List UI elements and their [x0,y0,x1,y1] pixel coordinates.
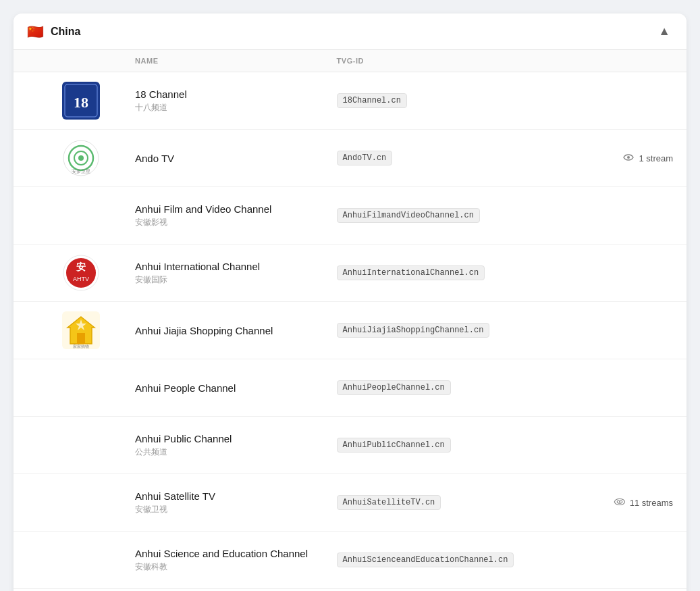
stream-count: 11 streams [630,498,673,508]
channel-subtitle: 公共频道 [135,446,337,458]
country-name: China [51,26,80,38]
name-cell: Ando TV [135,153,337,164]
logo-cell [27,369,135,407]
tvg-cell: AnhuiSatelliteTV.cn [337,495,539,510]
tvg-badge: AnhuiScienceandEducationChannel.cn [337,553,514,567]
name-cell: Anhui Satellite TV 安徽卫视 [135,490,337,515]
col-header-name: NAME [135,57,337,65]
logo-cell: 18 [27,82,135,120]
country-flag: 🇨🇳 [27,24,44,40]
table-row: Anhui People Channel AnhuiPeopleChannel.… [14,359,686,417]
name-cell: Anhui Public Channel 公共频道 [135,433,337,458]
table-row: Anhui Public Channel 公共频道 AnhuiPublicCha… [14,417,686,474]
name-cell: 18 Channel 十八频道 [135,88,337,113]
logo-cell [27,197,135,234]
meta-cell: 1 stream [538,153,673,164]
channel-logo: 安 AHTV [62,254,100,292]
svg-text:安: 安 [76,261,86,272]
tvg-badge: AnhuiSatelliteTV.cn [337,495,441,510]
channel-subtitle: 安徽国际 [135,274,337,286]
channel-subtitle: 安徽科教 [135,561,337,573]
channel-name: Anhui Public Channel [135,433,337,444]
name-cell: Anhui Film and Video Channel 安徽影视 [135,203,337,228]
collapse-button[interactable]: ▲ [655,22,673,41]
channel-name: Ando TV [135,153,337,164]
table-header-row: NAME TVG-ID [14,50,686,72]
name-cell: Anhui Science and Education Channel 安徽科教 [135,548,337,573]
tvg-badge: AnhuiInternationalChannel.cn [337,265,485,280]
tvg-cell: 18Channel.cn [337,93,539,108]
tvg-cell: AnhuiPeopleChannel.cn [337,380,539,395]
tvg-badge: 18Channel.cn [337,93,407,108]
stream-count: 1 stream [639,153,673,163]
col-header-meta [538,57,673,65]
channel-subtitle: 安徽影视 [135,217,337,228]
svg-text:安多卫星: 安多卫星 [72,169,90,174]
channel-name: Anhui Science and Education Channel [135,548,337,559]
channel-subtitle: 十八频道 [135,102,337,113]
col-header-tvgid: TVG-ID [337,57,539,65]
table-row: 18 18 Channel 十八频道 18Channel.cn [14,72,686,130]
svg-point-6 [78,155,84,161]
svg-text:家家购物: 家家购物 [73,344,89,349]
tvg-cell: AnhuiJiajiaShoppingChannel.cn [337,323,539,338]
channel-logo: 安多卫星 [62,139,100,177]
logo-placeholder [62,484,100,521]
tvg-cell: AndoTV.cn [337,151,539,165]
section-header: 🇨🇳 China ▲ [14,14,686,50]
channel-name: Anhui Jiajia Shopping Channel [135,325,337,336]
meta-cell: 11 streams [538,497,673,509]
channel-name: Anhui People Channel [135,382,337,394]
logo-cell: 安 AHTV [27,254,135,292]
stream-icon [614,497,626,509]
logo-placeholder [62,197,100,234]
name-cell: Anhui People Channel [135,382,337,394]
tvg-badge: AnhuiJiajiaShoppingChannel.cn [337,323,490,338]
logo-placeholder [62,369,100,407]
logo-cell [27,426,135,464]
tvg-cell: AnhuiInternationalChannel.cn [337,265,539,280]
stream-icon [622,153,635,164]
table-row: Anhui Satellite TV 安徽卫视 AnhuiSatelliteTV… [14,474,686,532]
tvg-cell: AnhuiPublicChannel.cn [337,438,539,453]
tvg-badge: AndoTV.cn [337,151,393,165]
channel-name: 18 Channel [135,88,337,100]
tvg-badge: AnhuiPublicChannel.cn [337,438,451,453]
channel-name: Anhui International Channel [135,261,337,272]
table-row: 家家购物 Anhui Jiajia Shopping Channel Anhui… [14,302,686,359]
logo-cell: 家家购物 [27,311,135,349]
channel-logo: 家家购物 [62,311,100,349]
table-row: 安多卫星 Ando TV AndoTV.cn 1 stream [14,130,686,187]
channel-name: Anhui Film and Video Channel [135,203,337,215]
logo-cell: 安多卫星 [27,139,135,177]
table-row: 安 AHTV Anhui International Channel 安徽国际 … [14,245,686,302]
tvg-cell: AnhuiFilmandVideoChannel.cn [337,208,539,223]
name-cell: Anhui Jiajia Shopping Channel [135,325,337,336]
col-header-logo [27,57,135,65]
svg-point-8 [627,156,630,159]
channel-name: Anhui Satellite TV [135,490,337,502]
svg-rect-15 [77,333,85,344]
logo-placeholder [62,426,100,464]
tvg-cell: AnhuiScienceandEducationChannel.cn [337,553,539,567]
logo-placeholder [62,541,100,579]
section-title: 🇨🇳 China [27,24,80,40]
logo-cell [27,484,135,521]
channel-subtitle: 安徽卫视 [135,504,337,515]
table-row: Anhui Science and Education Channel 安徽科教… [14,532,686,589]
channel-logo: 18 [62,82,100,120]
tvg-badge: AnhuiFilmandVideoChannel.cn [337,208,480,223]
main-container: 🇨🇳 China ▲ NAME TVG-ID 18 18 Channel 十八频… [14,14,686,591]
svg-text:18: 18 [74,94,88,111]
table-row: Anhui Film and Video Channel 安徽影视 AnhuiF… [14,187,686,245]
tvg-badge: AnhuiPeopleChannel.cn [337,380,451,395]
logo-cell [27,541,135,579]
name-cell: Anhui International Channel 安徽国际 [135,261,337,286]
svg-point-20 [619,500,620,502]
svg-text:AHTV: AHTV [73,276,89,282]
